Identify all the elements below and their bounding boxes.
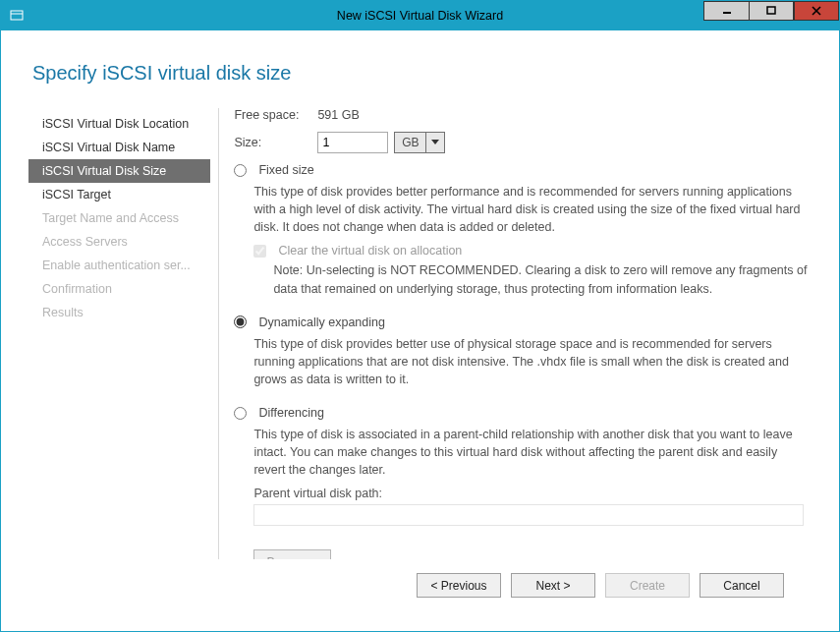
wizard-steps: iSCSI Virtual Disk LocationiSCSI Virtual… [28,108,210,559]
dynamic-desc: This type of disk provides better use of… [253,335,808,388]
free-space-value: 591 GB [317,108,359,122]
free-space-row: Free space: 591 GB [234,108,808,122]
size-unit-combo[interactable]: GB [394,132,445,153]
size-input[interactable] [317,132,388,153]
wizard-window: New iSCSI Virtual Disk Wizard Specify iS… [0,0,840,632]
diff-desc: This type of disk is associated in a par… [253,426,808,479]
parent-path-label: Parent virtual disk path: [253,487,808,500]
close-button[interactable] [794,1,839,21]
free-space-label: Free space: [234,108,317,122]
app-icon [9,8,25,24]
previous-button[interactable]: < Previous [417,573,501,598]
wizard-step[interactable]: iSCSI Target [28,183,210,206]
chevron-down-icon [426,133,444,152]
size-unit-value: GB [395,133,426,152]
client-area: Specify iSCSI virtual disk size iSCSI Vi… [1,30,839,631]
footer-buttons: < Previous Next > Create Cancel [28,559,812,615]
wizard-step[interactable]: iSCSI Virtual Disk Size [28,159,210,183]
option-diff: Differencing This type of disk is associ… [234,406,808,559]
svg-rect-3 [767,7,775,14]
title-bar: New iSCSI Virtual Disk Wizard [1,1,839,30]
radio-diff[interactable] [234,407,247,420]
option-dynamic-head[interactable]: Dynamically expanding [234,316,808,329]
radio-fixed-label: Fixed size [258,163,313,177]
wizard-step: Target Name and Access [28,206,210,230]
form-area: Free space: 591 GB Size: GB [234,108,812,559]
radio-dynamic[interactable] [234,316,247,328]
wizard-step: Confirmation [28,277,210,301]
create-button[interactable]: Create [605,573,690,598]
option-dynamic: Dynamically expanding This type of disk … [234,316,808,388]
radio-fixed[interactable] [234,164,247,177]
radio-diff-label: Differencing [258,406,323,420]
window-buttons [703,1,839,30]
option-fixed: Fixed size This type of disk provides be… [234,163,808,298]
body-row: iSCSI Virtual Disk LocationiSCSI Virtual… [28,108,812,559]
size-label: Size: [234,136,317,149]
wizard-step[interactable]: iSCSI Virtual Disk Location [28,112,210,136]
svg-marker-6 [431,140,439,144]
browse-button[interactable]: Browse... [253,549,330,559]
wizard-step: Results [28,301,210,324]
clear-sub: Clear the virtual disk on allocation [253,244,808,258]
minimize-button[interactable] [703,1,749,21]
wizard-step: Access Servers [28,230,210,254]
clear-checkbox-label: Clear the virtual disk on allocation [278,244,462,258]
fixed-desc: This type of disk provides better perfor… [253,183,808,236]
wizard-step: Enable authentication ser... [28,254,210,277]
option-diff-head[interactable]: Differencing [234,406,808,420]
clear-checkbox-row[interactable]: Clear the virtual disk on allocation [253,244,808,258]
parent-path-input[interactable] [253,504,804,526]
option-fixed-head[interactable]: Fixed size [234,163,808,177]
next-button[interactable]: Next > [511,573,595,598]
cancel-button[interactable]: Cancel [700,573,784,598]
clear-checkbox[interactable] [253,245,266,258]
maximize-button[interactable] [749,1,794,21]
page-title: Specify iSCSI virtual disk size [32,62,812,85]
clear-note: Note: Un-selecting is NOT RECOMMENDED. C… [273,261,808,297]
radio-dynamic-label: Dynamically expanding [258,316,385,329]
svg-rect-0 [11,11,23,20]
wizard-step[interactable]: iSCSI Virtual Disk Name [28,136,210,159]
size-row: Size: GB [234,132,808,153]
